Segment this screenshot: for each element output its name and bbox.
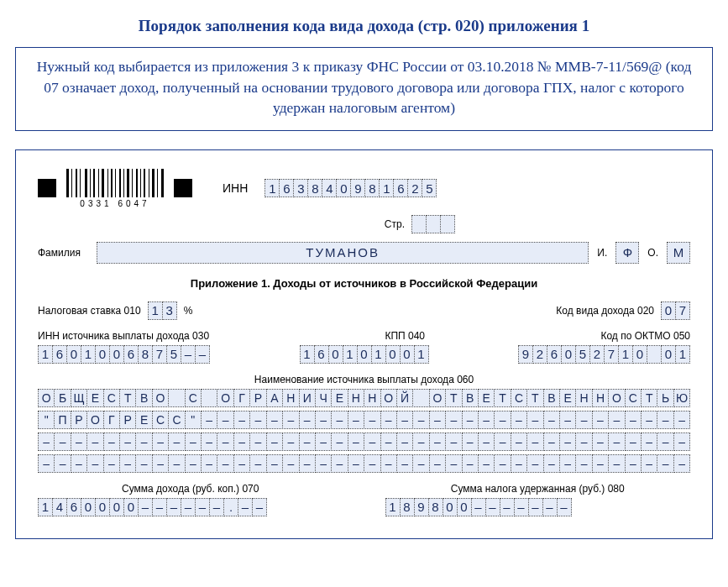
source-name-line3: –––––––––––––––––––––––––––––––––––––––– (38, 432, 690, 451)
oktmo-field: 92605271001 (518, 345, 690, 364)
tax-withheld-field: 189800––––––– (385, 498, 572, 516)
inn-label: ИНН (223, 181, 248, 195)
source-inn-label: ИНН источника выплаты дохода 030 (38, 330, 209, 342)
row-030-050-fields: 1601006875–– 160101001 92605271001 (38, 345, 690, 364)
surname-row: Фамилия ТУМАНОВ И. Ф О. М (38, 242, 690, 264)
kpp-field: 160101001 (300, 345, 429, 364)
initial-i-field: Ф (615, 242, 639, 264)
inn-field: 163840981625 (264, 179, 437, 197)
tax-form: 0331 6047 ИНН 163840981625 Стр. Фамилия … (15, 149, 713, 539)
source-inn-field: 1601006875–– (38, 345, 210, 364)
page-field (411, 215, 455, 233)
rate-percent: % (184, 305, 193, 317)
form-header-row: 0331 6047 ИНН 163840981625 (38, 169, 690, 208)
initial-o-label: О. (647, 247, 658, 259)
page-number-row: Стр. (38, 215, 690, 233)
source-name-label: Наименование источника выплаты дохода 06… (38, 374, 690, 385)
row-030-050-labels: ИНН источника выплаты дохода 030 КПП 040… (38, 330, 690, 342)
marker-left (38, 179, 56, 197)
income-sum-field: 1460000––––––.–– (38, 498, 267, 516)
row-010-020: Налоговая ставка 010 13 % Код вида доход… (38, 301, 690, 320)
source-name-line2: "ПРОГРЕСС"–––––––––––––––––––––––––––––– (38, 411, 690, 429)
tax-withheld-label: Сумма налога удержанная (руб.) 080 (385, 483, 691, 495)
barcode-numbers: 0331 6047 (80, 199, 149, 208)
explanation-note: Нужный код выбирается из приложения 3 к … (15, 47, 713, 131)
rate-field: 13 (148, 301, 177, 320)
section-heading: Приложение 1. Доходы от источников в Рос… (38, 277, 690, 290)
kpp-label: КПП 040 (385, 330, 425, 342)
income-code-field: 07 (661, 301, 690, 320)
barcode-block: 0331 6047 (66, 169, 164, 208)
source-name-line1: ОБЩЕСТВОСОГРАНИЧЕННОЙОТВЕТСТВЕННОСТЬЮ (38, 389, 690, 407)
barcode-icon (66, 169, 164, 197)
income-sum-label: Сумма дохода (руб. коп.) 070 (38, 483, 343, 495)
page-label: Стр. (385, 218, 405, 230)
page-title: Порядок заполнения кода вида дохода (стр… (15, 17, 713, 35)
source-name-line4: –––––––––––––––––––––––––––––––––––––––– (38, 454, 690, 473)
oktmo-label: Код по ОКТМО 050 (600, 330, 690, 342)
rate-label: Налоговая ставка 010 (38, 305, 141, 317)
initial-i-label: И. (597, 247, 607, 259)
surname-field: ТУМАНОВ (97, 242, 589, 264)
marker-right (174, 179, 192, 197)
initial-o-field: М (667, 242, 690, 264)
surname-label: Фамилия (38, 247, 88, 259)
row-070-080: Сумма дохода (руб. коп.) 070 1460000––––… (38, 483, 690, 516)
income-code-label: Код вида дохода 020 (556, 305, 654, 317)
